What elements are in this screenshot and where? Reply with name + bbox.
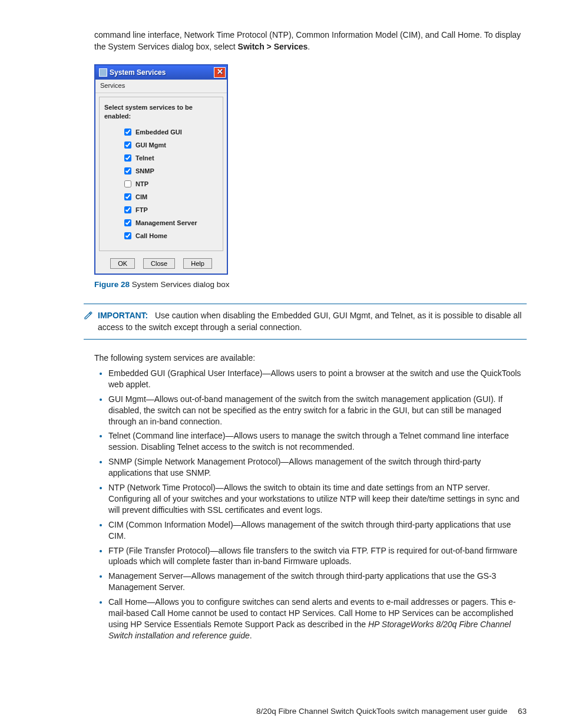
- dialog-titlebar: System Services ✕: [95, 65, 227, 80]
- list-item: Management Server—Allows management of t…: [108, 571, 527, 593]
- checkbox-ntp[interactable]: [124, 180, 131, 187]
- checkbox-mgmt-server[interactable]: [124, 219, 131, 226]
- intro-paragraph: command line interface, Network Time Pro…: [94, 29, 527, 52]
- service-row-embedded-gui: Embedded GUI: [122, 127, 218, 137]
- list-item: SNMP (Simple Network Management Protocol…: [108, 456, 527, 479]
- list-item-call-home: Call Home—Allows you to configure switch…: [108, 597, 527, 641]
- important-label: IMPORTANT:: [98, 311, 148, 320]
- label-ntp: NTP: [135, 180, 148, 189]
- label-cim: CIM: [135, 193, 147, 202]
- service-row-gui-mgmt: GUI Mgmt: [122, 140, 218, 150]
- intro-period: .: [308, 42, 310, 51]
- ok-button[interactable]: OK: [110, 258, 135, 269]
- figure-text: System Services dialog box: [130, 280, 230, 289]
- callhome-post: .: [250, 631, 252, 640]
- note-pencil-icon: [84, 311, 93, 320]
- footer-text: 8/20q Fibre Channel Switch QuickTools sw…: [256, 707, 507, 716]
- available-intro: The following system services are availa…: [94, 353, 527, 364]
- service-row-call-home: Call Home: [122, 230, 218, 241]
- label-snmp: SNMP: [135, 167, 154, 176]
- dialog-button-row: OK Close Help: [95, 255, 227, 274]
- page-number: 63: [518, 707, 527, 716]
- close-button[interactable]: Close: [143, 258, 175, 269]
- services-list: Embedded GUI (Graphical User Interface)—…: [97, 368, 527, 641]
- label-telnet: Telnet: [135, 154, 154, 163]
- list-item: NTP (Network Time Protocol)—Allows the s…: [108, 482, 527, 516]
- page-footer: 8/20q Fibre Channel Switch QuickTools sw…: [94, 706, 527, 717]
- checkbox-snmp[interactable]: [124, 167, 131, 174]
- menu-services[interactable]: Services: [100, 82, 125, 89]
- app-icon: [99, 68, 107, 77]
- checkbox-cim[interactable]: [124, 193, 131, 200]
- figure-caption: Figure 28 System Services dialog box: [94, 279, 527, 291]
- figure-label: Figure 28: [94, 280, 130, 289]
- panel-heading: Select system services to be enabled:: [104, 103, 218, 121]
- label-embedded-gui: Embedded GUI: [135, 128, 182, 137]
- checkbox-ftp[interactable]: [124, 206, 131, 213]
- checkbox-call-home[interactable]: [124, 232, 131, 239]
- label-call-home: Call Home: [135, 232, 167, 241]
- service-row-cim: CIM: [122, 192, 218, 202]
- help-button[interactable]: Help: [183, 258, 212, 269]
- service-row-mgmt-server: Management Server: [122, 218, 218, 228]
- system-services-dialog: System Services ✕ Services Select system…: [94, 64, 228, 275]
- service-row-ntp: NTP: [122, 179, 218, 189]
- checkbox-gui-mgmt[interactable]: [124, 141, 131, 149]
- important-text-block: IMPORTANT: Use caution when disabling th…: [98, 310, 527, 333]
- service-row-ftp: FTP: [122, 205, 218, 215]
- checkbox-embedded-gui[interactable]: [124, 129, 131, 136]
- close-icon[interactable]: ✕: [214, 67, 226, 78]
- dialog-title: System Services: [110, 68, 166, 78]
- service-row-snmp: SNMP: [122, 166, 218, 176]
- list-item: Embedded GUI (Graphical User Interface)—…: [108, 368, 527, 390]
- important-note: IMPORTANT: Use caution when disabling th…: [84, 304, 527, 340]
- list-item: CIM (Common Information Model)—Allows ma…: [108, 519, 527, 542]
- list-item: FTP (File Transfer Protocol)—allows file…: [108, 545, 527, 568]
- label-mgmt-server: Management Server: [135, 219, 197, 228]
- list-item: GUI Mgmt—Allows out-of-band management o…: [108, 394, 527, 427]
- list-item: Telnet (Command line interface)—Allows u…: [108, 430, 527, 453]
- dialog-menubar[interactable]: Services: [95, 80, 227, 93]
- label-gui-mgmt: GUI Mgmt: [135, 141, 166, 150]
- intro-bold: Switch > Services: [238, 42, 308, 51]
- important-text: Use caution when disabling the Embedded …: [98, 311, 521, 332]
- services-panel: Select system services to be enabled: Em…: [99, 97, 223, 252]
- service-row-telnet: Telnet: [122, 153, 218, 163]
- checkbox-telnet[interactable]: [124, 154, 131, 162]
- label-ftp: FTP: [135, 206, 148, 215]
